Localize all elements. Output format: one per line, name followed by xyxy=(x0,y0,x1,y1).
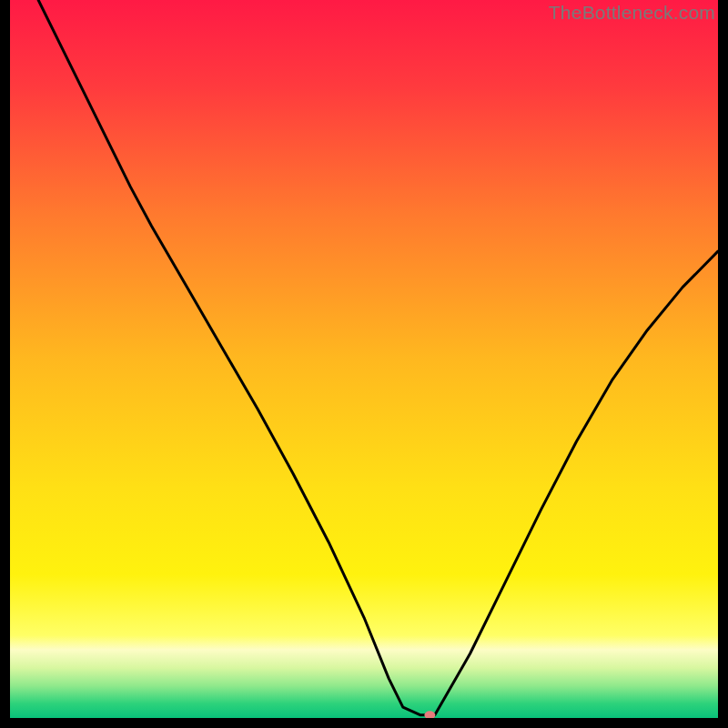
gradient-background xyxy=(10,0,718,718)
bottleneck-chart xyxy=(10,0,718,718)
chart-frame xyxy=(10,0,718,718)
watermark-text: TheBottleneck.com xyxy=(549,2,715,24)
